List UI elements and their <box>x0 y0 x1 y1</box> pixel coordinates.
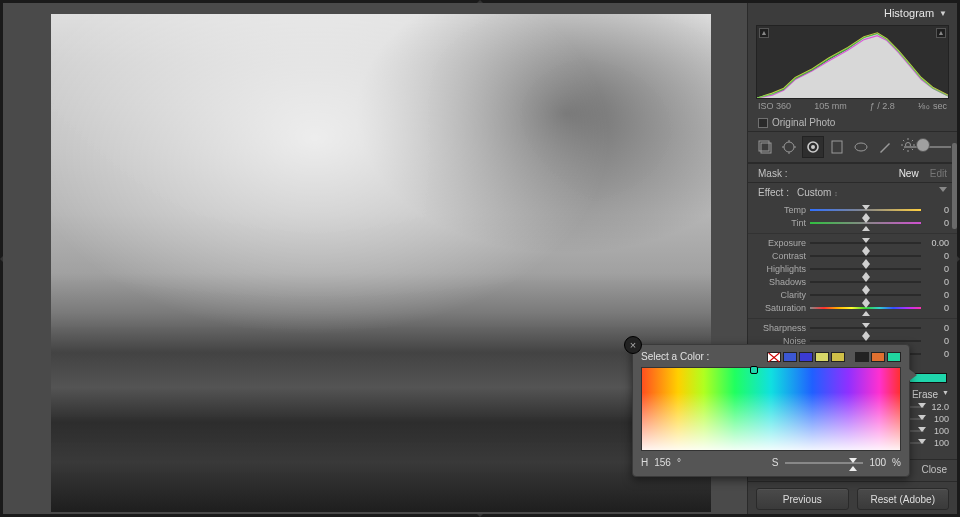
reset-adobe-button[interactable]: Reset (Adobe) <box>857 488 950 510</box>
sat-value[interactable]: 100 <box>869 457 886 468</box>
mask-edit-button[interactable]: Edit <box>930 168 947 179</box>
color-spectrum[interactable] <box>641 367 901 451</box>
mask-section: Mask : New Edit <box>748 163 957 182</box>
svg-point-6 <box>855 143 867 151</box>
preset-swatch-6[interactable] <box>871 352 885 362</box>
svg-point-4 <box>811 145 815 149</box>
graduated-tool-button[interactable] <box>826 136 848 158</box>
brush-tool-button[interactable] <box>874 136 896 158</box>
erase-value-2: 100 <box>927 426 949 436</box>
close-button[interactable]: × <box>624 336 642 354</box>
previous-button[interactable]: Previous <box>756 488 849 510</box>
svg-point-2 <box>784 142 794 152</box>
original-photo-checkbox[interactable] <box>758 118 768 128</box>
adj-exposure-row: Exposure0.00 <box>756 236 949 249</box>
adj-tint-slider[interactable] <box>810 218 921 228</box>
svg-line-12 <box>903 140 904 141</box>
shutter-value: ¹⁄₈₀ sec <box>918 101 947 111</box>
original-photo-row[interactable]: Original Photo <box>748 114 957 131</box>
adj-tint-label: Tint <box>756 218 806 228</box>
redeye-tool-button[interactable] <box>802 136 824 158</box>
aperture-value: ƒ / 2.8 <box>870 101 895 111</box>
photo-preview[interactable] <box>51 14 711 512</box>
crop-tool-button[interactable] <box>754 136 776 158</box>
adj-noise-value[interactable]: 0 <box>925 336 949 346</box>
button-row: Previous Reset (Adobe) <box>748 481 957 514</box>
erase-value-3: 100 <box>927 438 949 448</box>
adj-saturation-value[interactable]: 0 <box>925 303 949 313</box>
collapse-icon: ▼ <box>939 9 947 18</box>
erase-label[interactable]: Erase <box>912 389 938 400</box>
svg-line-14 <box>903 149 904 150</box>
highlight-clipping-icon[interactable]: ▲ <box>936 28 946 38</box>
adj-sharpness-slider[interactable] <box>810 323 921 333</box>
exposure-quick-slider[interactable] <box>904 140 951 154</box>
adj-contrast-slider[interactable] <box>810 251 921 261</box>
histogram-metadata: ISO 360 105 mm ƒ / 2.8 ¹⁄₈₀ sec <box>748 99 957 114</box>
adj-tint-value[interactable]: 0 <box>925 218 949 228</box>
iso-value: ISO 360 <box>758 101 791 111</box>
effect-dropdown[interactable]: Custom ↕ <box>797 187 838 198</box>
svg-rect-5 <box>832 141 842 153</box>
hue-value[interactable]: 156 <box>654 457 671 468</box>
histogram-header[interactable]: Histogram ▼ <box>748 3 957 23</box>
spot-tool-button[interactable] <box>778 136 800 158</box>
close-link[interactable]: Close <box>921 464 947 475</box>
adj-clarity-slider[interactable] <box>810 290 921 300</box>
preset-swatch-3[interactable] <box>815 352 829 362</box>
disclosure-icon[interactable] <box>939 187 947 192</box>
preset-swatch-5[interactable] <box>855 352 869 362</box>
panel-scrollbar[interactable] <box>952 143 957 229</box>
adj-shadows-row: Shadows0 <box>756 275 949 288</box>
adj-sharpness-label: Sharpness <box>756 323 806 333</box>
adj-temp-row: Temp0 <box>756 203 949 216</box>
effect-label: Effect : <box>758 187 789 198</box>
erase-value-1: 100 <box>927 414 949 424</box>
focal-value: 105 mm <box>814 101 847 111</box>
saturation-slider[interactable] <box>785 462 864 464</box>
adj-temp-value[interactable]: 0 <box>925 205 949 215</box>
adj-saturation-label: Saturation <box>756 303 806 313</box>
hue-degree: ° <box>677 457 681 468</box>
adj-clarity-value[interactable]: 0 <box>925 290 949 300</box>
adj-contrast-row: Contrast0 <box>756 249 949 262</box>
effect-section: Effect : Custom ↕ <box>748 182 957 201</box>
adj-sharpness-value[interactable]: 0 <box>925 323 949 333</box>
color-picker-title: Select a Color : <box>641 351 709 362</box>
preset-swatch-0[interactable] <box>767 352 781 362</box>
adj-highlights-value[interactable]: 0 <box>925 264 949 274</box>
close-icon: × <box>630 339 636 351</box>
histogram[interactable]: ▲ ▲ <box>756 25 949 99</box>
spectrum-cursor-icon[interactable] <box>750 366 758 374</box>
chevron-updown-icon: ↕ <box>834 190 838 197</box>
preset-swatch-4[interactable] <box>831 352 845 362</box>
adj-contrast-value[interactable]: 0 <box>925 251 949 261</box>
histogram-curve-icon <box>757 26 948 98</box>
mask-new-button[interactable]: New <box>899 168 919 179</box>
effect-value: Custom <box>797 187 831 198</box>
original-photo-label: Original Photo <box>772 117 835 128</box>
adj-tint-row: Tint0 <box>756 216 949 229</box>
adj-contrast-label: Contrast <box>756 251 806 261</box>
adj-moiré-value[interactable]: 0 <box>925 349 949 359</box>
mask-label: Mask : <box>758 168 787 179</box>
adj-highlights-slider[interactable] <box>810 264 921 274</box>
preset-swatch-2[interactable] <box>799 352 813 362</box>
adj-exposure-value[interactable]: 0.00 <box>925 238 949 248</box>
toolstrip <box>748 131 957 163</box>
adj-shadows-slider[interactable] <box>810 277 921 287</box>
adj-exposure-slider[interactable] <box>810 238 921 248</box>
preset-swatch-1[interactable] <box>783 352 797 362</box>
adj-shadows-value[interactable]: 0 <box>925 277 949 287</box>
svg-line-13 <box>912 149 913 150</box>
preset-swatch-7[interactable] <box>887 352 901 362</box>
adj-temp-slider[interactable] <box>810 205 921 215</box>
erase-value-0: 12.0 <box>927 402 949 412</box>
adj-highlights-label: Highlights <box>756 264 806 274</box>
adj-saturation-slider[interactable] <box>810 303 921 313</box>
adj-clarity-label: Clarity <box>756 290 806 300</box>
svg-line-15 <box>912 140 913 141</box>
shadow-clipping-icon[interactable]: ▲ <box>759 28 769 38</box>
adj-highlights-row: Highlights0 <box>756 262 949 275</box>
radial-tool-button[interactable] <box>850 136 872 158</box>
